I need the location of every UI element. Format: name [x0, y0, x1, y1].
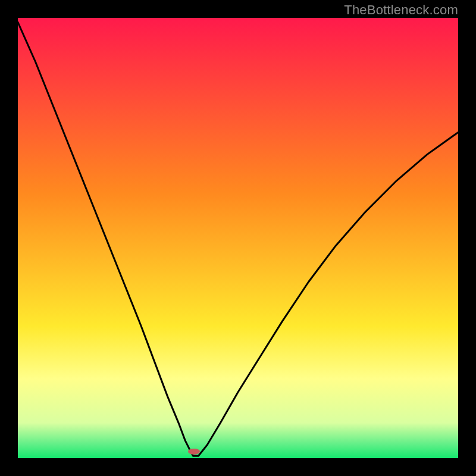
chart-frame: TheBottleneck.com: [0, 0, 476, 476]
chart-svg: [18, 18, 458, 458]
watermark-text: TheBottleneck.com: [344, 2, 458, 18]
plot-area: [18, 18, 458, 458]
optimal-point-marker: [188, 449, 200, 455]
